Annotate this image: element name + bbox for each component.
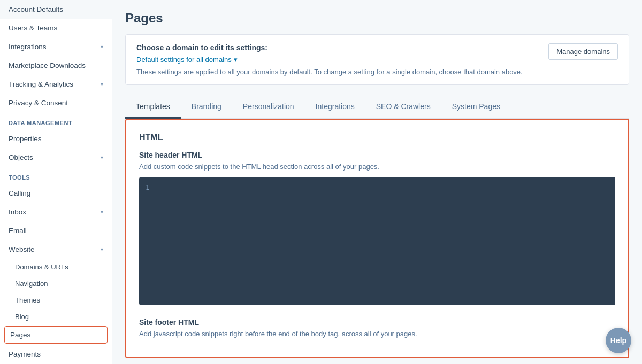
chevron-down-icon: ▾ (101, 209, 103, 215)
sidebar-item-email[interactable]: Email (0, 221, 112, 240)
sidebar-sub-item-label: Themes (15, 296, 40, 304)
sidebar-sub-item-label: Navigation (15, 280, 48, 288)
chevron-down-icon: ▾ (101, 246, 103, 252)
domain-banner-description: These settings are applied to all your d… (136, 68, 523, 76)
sidebar-item-calling[interactable]: Calling (0, 184, 112, 203)
sidebar-section-data-management: Data Management (0, 112, 112, 129)
chevron-down-icon: ▾ (234, 56, 238, 64)
sidebar-item-label: Tracking & Analytics (9, 80, 73, 88)
default-domain-link[interactable]: Default settings for all domains ▾ (136, 56, 238, 64)
tab-branding[interactable]: Branding (181, 96, 232, 119)
page-title: Pages (125, 11, 629, 26)
sidebar: Account Defaults Users & Teams Integrati… (0, 0, 112, 364)
manage-domains-button[interactable]: Manage domains (548, 43, 618, 60)
sidebar-sub-item-themes[interactable]: Themes (0, 292, 112, 308)
sidebar-item-label: Account Defaults (9, 5, 63, 13)
domain-banner-title: Choose a domain to edit its settings: (136, 43, 523, 52)
chevron-down-icon: ▾ (101, 154, 103, 160)
line-number: 1 (146, 184, 149, 191)
site-footer-description: Add javascript code snippets right befor… (139, 330, 615, 338)
sidebar-sub-item-label: Blog (15, 313, 29, 321)
sidebar-sub-item-label: Pages (10, 331, 30, 339)
tabs-bar: Templates Branding Personalization Integ… (125, 96, 629, 119)
site-header-html-section: Site header HTML Add custom code snippet… (139, 151, 615, 305)
main-content: Pages Choose a domain to edit its settin… (112, 0, 642, 364)
sidebar-item-properties[interactable]: Properties (0, 129, 112, 148)
sidebar-item-payments[interactable]: Payments (0, 345, 112, 363)
help-button[interactable]: Help (606, 328, 631, 353)
tab-seo-crawlers[interactable]: SEO & Crawlers (365, 96, 441, 119)
sidebar-item-users-teams[interactable]: Users & Teams (0, 19, 112, 37)
sidebar-item-tracking-analytics[interactable]: Tracking & Analytics ▾ (0, 75, 112, 94)
sidebar-item-label: Properties (9, 135, 42, 143)
site-header-code-editor[interactable]: 1 (139, 177, 615, 305)
html-section-title: HTML (139, 133, 615, 142)
sidebar-sub-item-label: Domains & URLs (15, 263, 68, 271)
sidebar-item-label: Privacy & Consent (9, 99, 68, 107)
sidebar-item-label: Website (9, 245, 35, 253)
sidebar-item-label: Integrations (9, 43, 47, 51)
tab-integrations[interactable]: Integrations (305, 96, 365, 119)
sidebar-item-label: Calling (9, 189, 30, 197)
sidebar-sub-item-blog[interactable]: Blog (0, 308, 112, 325)
domain-banner-left: Choose a domain to edit its settings: De… (136, 43, 523, 76)
sidebar-item-label: Payments (9, 350, 41, 358)
tab-templates[interactable]: Templates (125, 96, 181, 119)
sidebar-item-integrations[interactable]: Integrations ▾ (0, 37, 112, 56)
sidebar-item-marketplace-downloads[interactable]: Marketplace Downloads (0, 56, 112, 75)
sidebar-section-tools: Tools (0, 167, 112, 184)
tab-personalization[interactable]: Personalization (232, 96, 305, 119)
sidebar-item-label: Inbox (9, 208, 26, 216)
site-footer-html-section: Site footer HTML Add javascript code sni… (139, 318, 615, 338)
sidebar-item-inbox[interactable]: Inbox ▾ (0, 203, 112, 221)
sidebar-sub-item-navigation[interactable]: Navigation (0, 275, 112, 292)
site-header-description: Add custom code snippets to the HTML hea… (139, 162, 615, 171)
site-header-title: Site header HTML (139, 151, 615, 159)
sidebar-item-label: Users & Teams (9, 24, 57, 32)
sidebar-item-account-defaults[interactable]: Account Defaults (0, 0, 112, 19)
sidebar-sub-item-domains-urls[interactable]: Domains & URLs (0, 259, 112, 275)
sidebar-item-objects[interactable]: Objects ▾ (0, 148, 112, 167)
sidebar-item-website[interactable]: Website ▾ (0, 240, 112, 259)
default-domain-link-text: Default settings for all domains (136, 56, 232, 64)
templates-content-area: HTML FTHEMES™ Site header HTML Add custo… (125, 119, 629, 358)
sidebar-sub-item-pages[interactable]: Pages (4, 326, 108, 344)
chevron-down-icon: ▾ (101, 44, 103, 50)
sidebar-item-label: Email (9, 227, 27, 235)
sidebar-item-label: Marketplace Downloads (9, 61, 86, 69)
sidebar-item-label: Objects (9, 153, 33, 161)
site-footer-title: Site footer HTML (139, 318, 615, 327)
chevron-down-icon: ▾ (101, 81, 103, 87)
sidebar-item-privacy-consent[interactable]: Privacy & Consent (0, 94, 112, 112)
tab-system-pages[interactable]: System Pages (441, 96, 511, 119)
domain-banner: Choose a domain to edit its settings: De… (125, 34, 629, 85)
